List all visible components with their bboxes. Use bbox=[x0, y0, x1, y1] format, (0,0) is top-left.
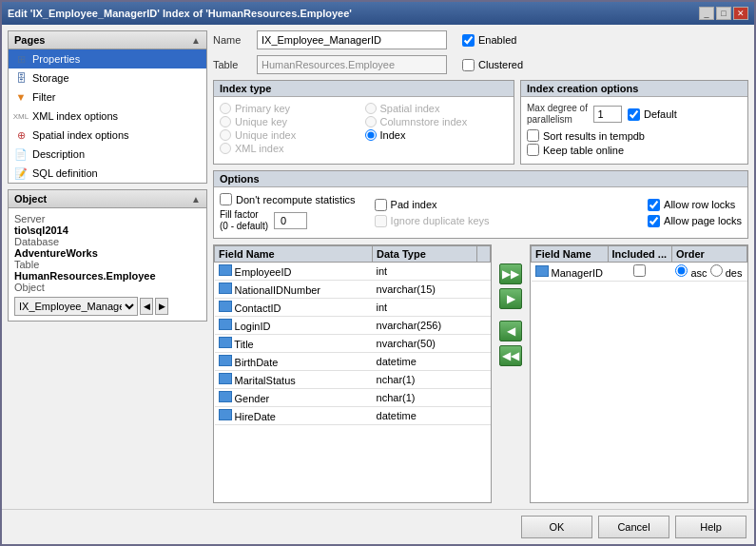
database-value: AdventureWorks bbox=[14, 247, 201, 259]
table-row[interactable]: MaritalStatus nchar(1) bbox=[215, 371, 491, 389]
scrollbar-header bbox=[477, 246, 491, 263]
name-table-section: Name Enabled bbox=[213, 30, 748, 49]
table-label: Table bbox=[14, 259, 201, 270]
object-select[interactable]: IX_Employee_ManagerID bbox=[14, 297, 138, 316]
order-desc-radio[interactable] bbox=[710, 264, 723, 277]
columns-area: Field Name Data Type EmployeeID int bbox=[213, 244, 748, 503]
radio-columnstore: Columnstore index bbox=[365, 116, 509, 127]
table-row[interactable]: ManagerID asc des bbox=[532, 263, 747, 282]
options-left-col: Don't recompute statistics Fill factor(0… bbox=[220, 193, 356, 232]
page-label-storage: Storage bbox=[32, 72, 69, 84]
pages-header: Pages ▲ bbox=[9, 31, 206, 49]
pages-collapse-icon[interactable]: ▲ bbox=[191, 35, 201, 46]
table-row[interactable]: LoginID nvarchar(256) bbox=[215, 317, 491, 335]
options-header: Options bbox=[214, 171, 747, 187]
page-item-sql-definition[interactable]: 📝 SQL definition bbox=[9, 164, 206, 183]
page-item-properties[interactable]: ⊞ Properties bbox=[9, 49, 206, 68]
parallelism-label: Max degree ofparallelism bbox=[527, 103, 588, 126]
parallelism-input[interactable] bbox=[593, 106, 622, 123]
object-collapse-icon[interactable]: ▲ bbox=[191, 194, 201, 205]
keep-online-checkbox[interactable] bbox=[527, 144, 539, 156]
page-label-filter: Filter bbox=[32, 91, 55, 103]
page-item-description[interactable]: 📄 Description bbox=[9, 145, 206, 164]
ignore-dup-group: Ignore duplicate keys bbox=[375, 215, 490, 227]
clustered-checkbox[interactable] bbox=[462, 59, 475, 71]
radio-unique-key-input[interactable] bbox=[220, 116, 231, 127]
remove-all-button[interactable]: ◀◀ bbox=[499, 345, 522, 366]
object-select-row: IX_Employee_ManagerID ◀ ▶ bbox=[14, 297, 201, 316]
table-row[interactable]: HireDate datetime bbox=[215, 407, 491, 425]
field-icon bbox=[219, 391, 232, 402]
table-row[interactable]: ContactID int bbox=[215, 299, 491, 317]
cancel-button[interactable]: Cancel bbox=[598, 516, 669, 538]
radio-columnstore-input[interactable] bbox=[365, 116, 377, 127]
table-section: Table Clustered bbox=[213, 55, 748, 74]
page-label-description: Description bbox=[32, 148, 85, 160]
object-header-title: Object bbox=[14, 193, 47, 205]
page-label-spatial: Spatial index options bbox=[32, 129, 129, 141]
maximize-button[interactable]: □ bbox=[716, 7, 731, 20]
default-checkbox[interactable] bbox=[628, 108, 640, 121]
sort-tempdb-checkbox[interactable] bbox=[527, 129, 539, 142]
remove-button[interactable]: ◀ bbox=[499, 321, 522, 341]
next-object-button[interactable]: ▶ bbox=[155, 298, 168, 315]
available-columns-table-container: Field Name Data Type EmployeeID int bbox=[213, 244, 492, 503]
radio-spatial-index: Spatial index bbox=[365, 103, 509, 114]
radio-unique-index-input[interactable] bbox=[220, 129, 231, 141]
index-creation-box: Index creation options Max degree ofpara… bbox=[520, 80, 748, 165]
clustered-group: Clustered bbox=[462, 59, 523, 71]
table-row[interactable]: EmployeeID int bbox=[215, 263, 491, 281]
radio-xml-index-label: XML index bbox=[235, 143, 284, 154]
prev-object-button[interactable]: ◀ bbox=[140, 298, 153, 315]
fill-factor-input[interactable] bbox=[274, 212, 307, 229]
close-button[interactable]: ✕ bbox=[733, 7, 748, 20]
idx-col-included: Included ... bbox=[608, 246, 671, 263]
pages-list: ⊞ Properties 🗄 Storage ▼ Filter XML XML … bbox=[9, 49, 206, 183]
table-row[interactable]: Gender nchar(1) bbox=[215, 389, 491, 407]
table-row[interactable]: NationalIDNumber nvarchar(15) bbox=[215, 281, 491, 299]
dont-recompute-checkbox[interactable] bbox=[220, 193, 232, 205]
allow-row-locks-checkbox[interactable] bbox=[648, 199, 660, 211]
included-checkbox[interactable] bbox=[633, 264, 646, 277]
server-value: tio\sql2014 bbox=[14, 224, 201, 236]
radio-spatial-input[interactable] bbox=[365, 103, 377, 114]
allow-page-locks-group: Allow page locks bbox=[648, 215, 742, 227]
available-columns-table: Field Name Data Type EmployeeID int bbox=[214, 245, 491, 425]
name-input[interactable] bbox=[257, 30, 447, 49]
dont-recompute-label: Don't recompute statistics bbox=[236, 194, 356, 205]
add-all-button[interactable]: ▶▶ bbox=[499, 263, 522, 284]
allow-page-locks-checkbox[interactable] bbox=[648, 215, 660, 227]
pad-index-checkbox[interactable] bbox=[375, 199, 387, 211]
field-icon bbox=[219, 319, 232, 330]
radio-xml-index-input[interactable] bbox=[220, 143, 231, 154]
allow-row-locks-group: Allow row locks bbox=[648, 199, 742, 211]
ok-button[interactable]: OK bbox=[521, 516, 592, 538]
page-item-filter[interactable]: ▼ Filter bbox=[9, 88, 206, 107]
radio-primary-key-input[interactable] bbox=[220, 103, 231, 114]
table-row[interactable]: BirthDate datetime bbox=[215, 353, 491, 371]
page-item-storage[interactable]: 🗄 Storage bbox=[9, 68, 206, 88]
index-type-header: Index type bbox=[214, 81, 514, 97]
ignore-dup-checkbox[interactable] bbox=[375, 215, 387, 227]
field-icon bbox=[535, 265, 549, 277]
options-content: Don't recompute statistics Fill factor(0… bbox=[214, 187, 747, 238]
page-item-xml-index-options[interactable]: XML XML index options bbox=[9, 107, 206, 126]
col-header-datatype: Data Type bbox=[373, 246, 477, 263]
add-button[interactable]: ▶ bbox=[499, 288, 522, 309]
allow-row-locks-label: Allow row locks bbox=[664, 199, 735, 210]
server-label: Server bbox=[14, 213, 201, 224]
minimize-button[interactable]: _ bbox=[699, 7, 714, 20]
page-item-spatial-index-options[interactable]: ⊕ Spatial index options bbox=[9, 126, 206, 145]
order-asc-radio[interactable] bbox=[675, 264, 688, 277]
radio-index-input[interactable] bbox=[365, 129, 377, 141]
enabled-checkbox[interactable] bbox=[462, 34, 475, 47]
table-row[interactable]: Title nvarchar(50) bbox=[215, 335, 491, 353]
index-type-box: Index type Primary key Spatial index bbox=[213, 80, 514, 165]
storage-icon: 🗄 bbox=[14, 71, 28, 85]
available-columns-panel: Field Name Data Type EmployeeID int bbox=[213, 244, 492, 503]
page-label-properties: Properties bbox=[32, 53, 80, 65]
sort-tempdb-group: Sort results in tempdb bbox=[527, 129, 742, 142]
help-button[interactable]: Help bbox=[675, 516, 746, 538]
page-label-sql: SQL definition bbox=[32, 167, 98, 179]
sort-tempdb-label: Sort results in tempdb bbox=[543, 130, 645, 142]
